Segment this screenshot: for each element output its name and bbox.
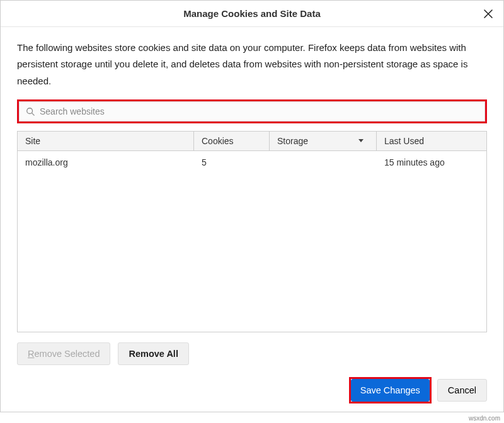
column-header-cookies[interactable]: Cookies — [194, 132, 270, 150]
column-label-storage: Storage — [277, 136, 308, 146]
footer-action-row: Save Changes Cancel — [17, 379, 487, 402]
table-row[interactable]: mozilla.org 5 15 minutes ago — [18, 151, 486, 174]
cell-storage — [270, 151, 377, 174]
save-changes-button[interactable]: Save Changes — [351, 379, 430, 402]
cancel-button[interactable]: Cancel — [437, 379, 487, 402]
column-header-lastused[interactable]: Last Used — [377, 132, 486, 150]
close-icon — [484, 9, 493, 18]
column-label-lastused: Last Used — [384, 136, 424, 146]
manage-cookies-dialog: Manage Cookies and Site Data The followi… — [0, 0, 504, 412]
save-highlight: Save Changes — [351, 379, 430, 402]
cell-cookies: 5 — [194, 151, 270, 174]
column-header-site[interactable]: Site — [18, 132, 194, 150]
footer-remove-row: Remove Selected Remove All — [17, 342, 487, 365]
search-highlight — [17, 99, 487, 123]
search-input[interactable] — [40, 106, 478, 116]
dialog-header: Manage Cookies and Site Data — [1, 1, 503, 27]
column-header-storage[interactable]: Storage — [270, 132, 377, 150]
table-header: Site Cookies Storage Last Used — [18, 132, 486, 151]
remove-all-button[interactable]: Remove All — [118, 342, 188, 365]
description-text: The following websites store cookies and… — [17, 40, 487, 89]
table-body: mozilla.org 5 15 minutes ago — [18, 151, 486, 332]
cell-lastused: 15 minutes ago — [377, 151, 486, 174]
dialog-title: Manage Cookies and Site Data — [183, 8, 321, 19]
sort-caret-icon — [358, 139, 364, 142]
close-button[interactable] — [482, 8, 495, 20]
cell-site: mozilla.org — [18, 151, 194, 174]
sites-table: Site Cookies Storage Last Used mozilla.o… — [17, 131, 487, 332]
svg-line-1 — [32, 113, 35, 115]
watermark-text: wsxdn.com — [469, 415, 500, 422]
column-label-site: Site — [25, 136, 40, 146]
search-container — [19, 101, 485, 121]
column-label-cookies: Cookies — [202, 136, 234, 146]
dialog-content: The following websites store cookies and… — [1, 27, 503, 412]
search-icon — [26, 107, 35, 116]
remove-selected-button[interactable]: Remove Selected — [17, 342, 110, 365]
